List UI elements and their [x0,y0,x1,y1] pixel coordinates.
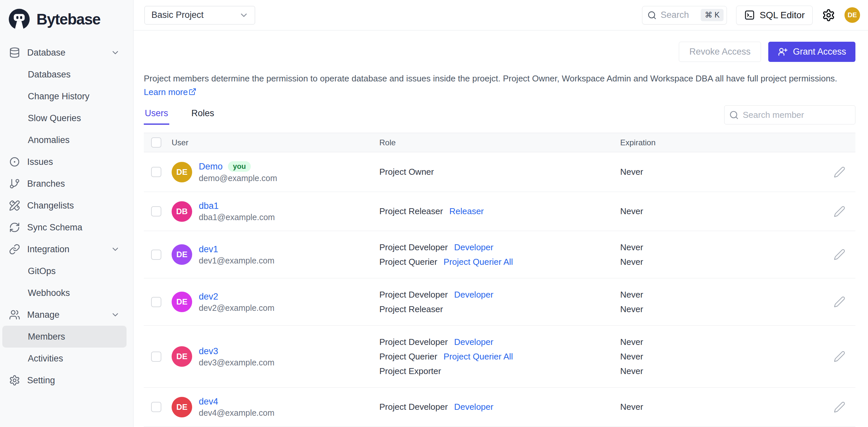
sidebar-item-label: Activities [28,354,127,364]
expiration-value: Never [620,349,822,364]
expiration-value: Never [620,364,822,379]
gear-icon [9,375,20,386]
topbar: Basic Project Search ⌘ K SQL Editor DE [133,0,868,30]
edit-pencil-icon[interactable] [834,249,845,261]
role-link[interactable]: Project Querier All [444,352,513,362]
global-search-placeholder: Search [661,10,697,20]
expiration-value: Never [620,400,822,415]
user-cell: DE dev2 dev2@example.com [172,292,379,313]
role-link[interactable]: Developer [454,337,494,347]
member-email: dev2@example.com [199,303,274,313]
role-link[interactable]: Developer [454,290,494,300]
sidebar-item-sync-schema[interactable]: Sync Schema [2,217,127,238]
row-checkbox[interactable] [151,206,161,217]
member-email: dev3@example.com [199,358,274,367]
sidebar-item-database[interactable]: Database [2,42,127,64]
member-name-link[interactable]: dba1 [199,201,219,211]
role-name: Project Developer [379,242,448,253]
role-name: Project Exporter [379,366,441,376]
global-search[interactable]: Search ⌘ K [642,6,727,25]
table-row: DE dev1 dev1@example.com Project Develop… [144,231,856,278]
edit-pencil-icon[interactable] [834,166,845,178]
sidebar-item-label: Manage [27,310,111,320]
sidebar-item-gitops[interactable]: GitOps [2,260,127,282]
row-checkbox[interactable] [151,352,161,362]
role-name: Project Developer [379,402,448,412]
brand-logo[interactable]: Bytebase [0,5,133,34]
tabs: Users Roles [144,105,215,125]
user-cell: DE dev4 dev4@example.com [172,397,379,417]
sidebar-item-branches[interactable]: Branches [2,173,127,195]
tab-roles[interactable]: Roles [190,105,215,125]
row-checkbox[interactable] [151,167,161,177]
role-name: Project Releaser [379,206,443,217]
sidebar-item-setting[interactable]: Setting [2,369,127,391]
sidebar-item-manage[interactable]: Manage [2,304,127,326]
member-name-link[interactable]: dev3 [199,346,218,356]
expiration-value: Never [620,165,822,179]
sidebar-item-label: Setting [27,375,127,386]
learn-more-label: Learn more [144,87,188,97]
sql-editor-label: SQL Editor [760,10,805,21]
member-search-input[interactable] [743,110,850,120]
revoke-access-button[interactable]: Revoke Access [679,42,761,62]
role-link[interactable]: Project Querier All [444,257,513,267]
search-shortcut-badge: ⌘ K [701,9,723,21]
sidebar-item-members[interactable]: Members [2,326,127,348]
sidebar-item-webhooks[interactable]: Webhooks [2,282,127,304]
you-badge: you [228,161,251,172]
edit-pencil-icon[interactable] [834,401,845,413]
edit-pencil-icon[interactable] [834,205,845,218]
expiration-value: Never [620,335,822,349]
user-avatar[interactable]: DE [844,7,860,23]
sidebar-item-databases[interactable]: Databases [2,64,127,86]
external-link-icon [188,88,196,96]
pencil-ruler-icon [9,200,20,211]
grant-access-label: Grant Access [793,47,846,57]
member-name-link[interactable]: Demo [199,162,223,171]
workspace-settings-gear-icon[interactable] [822,9,835,22]
edit-pencil-icon[interactable] [834,296,845,308]
tab-users[interactable]: Users [144,105,169,125]
sidebar-item-activities[interactable]: Activities [2,348,127,369]
header-user: User [172,138,379,147]
sidebar-item-slow-queries[interactable]: Slow Queries [2,107,127,129]
role-link[interactable]: Developer [454,402,494,412]
member-avatar: DE [172,346,192,367]
member-name-link[interactable]: dev2 [199,292,218,301]
learn-more-link[interactable]: Learn more [144,87,196,97]
circle-dot-icon [9,156,20,167]
grant-access-button[interactable]: Grant Access [768,42,856,62]
sidebar-item-changelists[interactable]: Changelists [2,195,127,217]
member-name-link[interactable]: dev4 [199,397,218,406]
expiration-value: Never [620,287,822,302]
member-avatar: DE [172,397,192,417]
expiration-cell: Never [620,400,822,415]
member-avatar: DE [172,244,192,265]
role-name: Project Querier [379,257,437,267]
row-checkbox[interactable] [151,402,161,412]
row-checkbox[interactable] [151,297,161,307]
sql-editor-button[interactable]: SQL Editor [736,6,813,25]
sidebar-item-issues[interactable]: Issues [2,151,127,173]
sidebar-item-anomalies[interactable]: Anomalies [2,129,127,151]
sidebar: Bytebase DatabaseDatabasesChange History… [0,0,133,427]
select-all-checkbox[interactable] [151,137,161,147]
sidebar-item-integration[interactable]: Integration [2,238,127,260]
role-link[interactable]: Developer [454,242,494,253]
sidebar-item-label: Changelists [27,201,127,211]
user-cell: DB dba1 dba1@example.com [172,201,379,222]
role-link[interactable]: Releaser [449,206,484,217]
sidebar-item-change-history[interactable]: Change History [2,86,127,107]
role-cell: Project ReleaserReleaser [379,204,620,219]
sidebar-item-label: GitOps [28,266,127,276]
chevron-down-icon [111,244,120,254]
row-checkbox[interactable] [151,250,161,260]
expiration-cell: NeverNever [620,240,822,269]
role-cell: Project DeveloperDeveloperProject Querie… [379,240,620,269]
project-select[interactable]: Basic Project [145,6,255,25]
role-name: Project Developer [379,337,448,347]
member-email: dev4@example.com [199,408,274,417]
member-name-link[interactable]: dev1 [199,244,218,254]
edit-pencil-icon[interactable] [834,351,845,362]
